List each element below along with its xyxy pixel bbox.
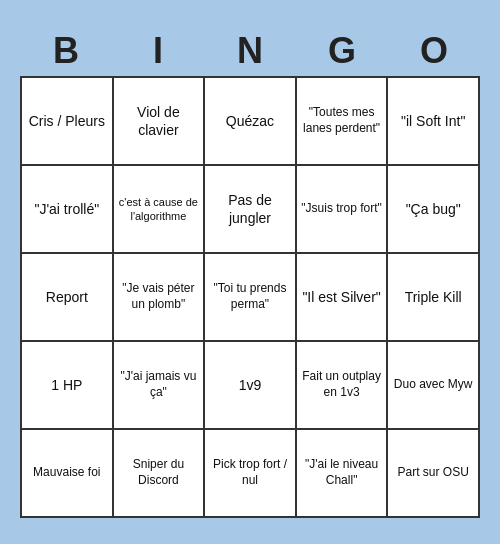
bingo-cell: Report (22, 254, 114, 342)
bingo-cell: Part sur OSU (388, 430, 480, 518)
bingo-grid: Cris / PleursViol de clavierQuézac"Toute… (20, 76, 480, 518)
bingo-cell: Cris / Pleurs (22, 78, 114, 166)
bingo-cell: Pas de jungler (205, 166, 297, 254)
bingo-cell: "Il est Silver" (297, 254, 389, 342)
bingo-cell: Mauvaise foi (22, 430, 114, 518)
bingo-cell: "Toi tu prends perma" (205, 254, 297, 342)
bingo-header: BINGO (20, 26, 480, 76)
bingo-cell: Duo avec Myw (388, 342, 480, 430)
bingo-cell: Fait un outplay en 1v3 (297, 342, 389, 430)
bingo-cell: Quézac (205, 78, 297, 166)
bingo-cell: c'est à cause de l'algorithme (114, 166, 206, 254)
bingo-cell: Sniper du Discord (114, 430, 206, 518)
bingo-cell: "Je vais péter un plomb" (114, 254, 206, 342)
bingo-cell: Triple Kill (388, 254, 480, 342)
bingo-cell: 1 HP (22, 342, 114, 430)
bingo-cell: "J'ai le niveau Chall" (297, 430, 389, 518)
header-letter: G (296, 26, 388, 76)
header-letter: N (204, 26, 296, 76)
bingo-cell: "il Soft Int" (388, 78, 480, 166)
bingo-cell: "J'ai jamais vu ça" (114, 342, 206, 430)
bingo-cell: "Ça bug" (388, 166, 480, 254)
header-letter: I (112, 26, 204, 76)
bingo-card: BINGO Cris / PleursViol de clavierQuézac… (10, 16, 490, 528)
bingo-cell: "Toutes mes lanes perdent" (297, 78, 389, 166)
bingo-cell: "Jsuis trop fort" (297, 166, 389, 254)
header-letter: B (20, 26, 112, 76)
bingo-cell: 1v9 (205, 342, 297, 430)
bingo-cell: Viol de clavier (114, 78, 206, 166)
bingo-cell: "J'ai trollé" (22, 166, 114, 254)
bingo-cell: Pick trop fort / nul (205, 430, 297, 518)
header-letter: O (388, 26, 480, 76)
